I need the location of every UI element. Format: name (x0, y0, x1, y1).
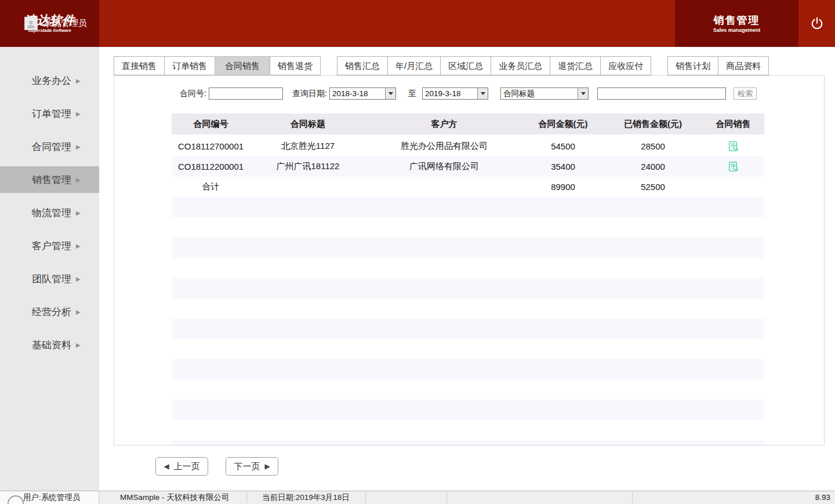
tab-业务员汇总[interactable]: 业务员汇总 (491, 56, 550, 75)
tab-年/月汇总[interactable]: 年/月汇总 (387, 56, 441, 75)
table-empty-row (172, 319, 764, 339)
contracts-table: 合同编号合同标题客户方合同金额(元)已销售金额(元)合同销售 CO1811270… (172, 114, 764, 445)
tab-直接销售[interactable]: 直接销售 (114, 56, 165, 75)
dropdown-arrow-icon[interactable] (578, 88, 588, 99)
query-date-label: 查询日期: (285, 87, 327, 100)
column-header-5: 合同销售 (702, 119, 764, 130)
cell-contract-no: CO18112200001 (172, 162, 250, 171)
table-empty-row (172, 278, 764, 298)
chevron-right-icon: ▶ (76, 144, 81, 150)
tab-group-1: 销售汇总年/月汇总区域汇总业务员汇总退货汇总应收应付 (337, 56, 651, 75)
content-panel: 合同号: 查询日期: 2018-3-18 至 2019-3-18 合同标题 检索… (114, 75, 825, 445)
status-separator (246, 492, 247, 503)
table-empty-row (172, 197, 764, 217)
power-button[interactable] (798, 0, 835, 47)
table-empty-row (172, 298, 764, 319)
cell-action (702, 160, 764, 173)
table-empty-row (172, 217, 764, 238)
sidebar-item-label: 合同管理 (32, 140, 71, 154)
table-empty-row (172, 379, 764, 400)
dropdown-arrow-icon[interactable] (385, 88, 395, 99)
sidebar-item-6[interactable]: 团队管理▶ (0, 265, 99, 292)
sidebar-item-label: 经营分析 (32, 305, 71, 319)
column-header-0: 合同编号 (172, 119, 250, 130)
sidebar-item-3[interactable]: 销售管理▶ (0, 166, 99, 193)
tab-合同销售[interactable]: 合同销售 (215, 56, 270, 75)
column-header-1: 合同标题 (250, 119, 366, 130)
chevron-right-icon: ▶ (76, 276, 81, 282)
status-company: MMSample - 天软科技有限公司 (120, 491, 229, 504)
tab-退货汇总[interactable]: 退货汇总 (550, 56, 601, 75)
sidebar-item-7[interactable]: 经营分析▶ (0, 298, 99, 325)
contract-sale-doc-search-icon[interactable] (727, 140, 740, 153)
search-button[interactable]: 检索 (734, 87, 757, 100)
chevron-right-icon: ▶ (76, 309, 81, 315)
chevron-right-icon: ▶ (76, 111, 81, 117)
table-row[interactable]: CO18112700001北京胜光1127胜光办公用品有限公司545002850… (172, 136, 764, 156)
sidebar-item-8[interactable]: 基础资料▶ (0, 331, 99, 358)
sidebar-item-label: 物流管理 (32, 206, 71, 220)
main-content: 直接销售订单销售合同销售销售退货销售汇总年/月汇总区域汇总业务员汇总退货汇总应收… (99, 47, 835, 491)
sidebar-item-5[interactable]: 客户管理▶ (0, 232, 99, 259)
tab-销售退货[interactable]: 销售退货 (270, 56, 321, 75)
search-field-select[interactable]: 合同标题 (500, 87, 589, 100)
tab-销售计划[interactable]: 销售计划 (667, 56, 718, 75)
contract-sale-doc-search-icon[interactable] (727, 160, 740, 173)
keyword-input[interactable] (597, 87, 726, 100)
cell-sold: 52500 (604, 182, 702, 192)
tab-订单销售[interactable]: 订单销售 (164, 56, 215, 75)
chevron-right-icon: ▶ (76, 177, 81, 183)
column-header-4: 已销售金额(元) (604, 119, 702, 130)
date-to-select[interactable]: 2019-3-18 (422, 87, 488, 100)
to-label: 至 (407, 87, 418, 100)
table-row[interactable]: CO18112200001广州广讯181122广讯网络有限公司354002400… (172, 156, 764, 177)
tab-销售汇总[interactable]: 销售汇总 (337, 56, 388, 75)
cell-action (702, 140, 764, 153)
table-body: CO18112700001北京胜光1127胜光办公用品有限公司545002850… (172, 136, 764, 445)
cell-sold: 28500 (604, 141, 702, 151)
status-separator (446, 492, 447, 503)
cell-amount: 89900 (522, 182, 604, 192)
table-header-row: 合同编号合同标题客户方合同金额(元)已销售金额(元)合同销售 (172, 114, 764, 134)
sidebar-item-2[interactable]: 合同管理▶ (0, 133, 99, 160)
sidebar-item-label: 团队管理 (32, 272, 71, 286)
sidebar-item-4[interactable]: 物流管理▶ (0, 199, 99, 226)
column-header-2: 客户方 (366, 119, 522, 130)
sidebar: 业务办公▶订单管理▶合同管理▶销售管理▶物流管理▶客户管理▶团队管理▶经营分析▶… (0, 47, 99, 491)
sidebar-item-label: 业务办公 (32, 74, 71, 87)
chevron-right-icon: ▶ (76, 342, 81, 348)
user-avatar-icon (24, 17, 38, 30)
status-user: 用户:系统管理员 (23, 491, 80, 504)
power-icon (809, 16, 825, 31)
date-from-select[interactable]: 2018-3-18 (329, 87, 396, 100)
sidebar-item-0[interactable]: 业务办公▶ (0, 67, 99, 94)
sidebar-item-1[interactable]: 订单管理▶ (0, 100, 99, 127)
sidebar-item-label: 订单管理 (32, 107, 71, 120)
sidebar-item-label: 销售管理 (32, 173, 71, 187)
tab-商品资料[interactable]: 商品资料 (718, 56, 769, 75)
prev-page-button[interactable]: ◀ 上一页 (155, 457, 208, 476)
status-date: 当前日期:2019年3月18日 (262, 491, 350, 504)
chevron-right-icon: ▶ (76, 243, 81, 249)
tab-区域汇总[interactable]: 区域汇总 (440, 56, 491, 75)
sidebar-item-label: 客户管理 (32, 239, 71, 253)
tab-应收应付[interactable]: 应收应付 (600, 56, 651, 75)
table-empty-row (172, 400, 764, 420)
prev-page-label: 上一页 (174, 461, 200, 472)
contract-no-label: 合同号: (172, 87, 206, 100)
table-empty-row (172, 339, 764, 359)
cell-contract-no: 合计 (172, 181, 250, 192)
date-to-value: 2019-3-18 (425, 88, 461, 99)
dropdown-arrow-icon[interactable] (477, 88, 488, 99)
status-separator (632, 492, 633, 503)
module-title-block: 销售管理 Sales management (675, 0, 798, 47)
module-subtitle: Sales management (713, 27, 761, 33)
contract-no-input[interactable] (209, 87, 283, 100)
cell-amount: 35400 (522, 162, 604, 171)
status-bar: 用户:系统管理员 MMSample - 天软科技有限公司 当前日期:2019年3… (0, 491, 835, 504)
cell-customer: 广讯网络有限公司 (366, 161, 522, 172)
date-from-value: 2018-3-18 (332, 88, 368, 99)
table-empty-row (172, 440, 764, 445)
cell-customer: 胜光办公用品有限公司 (366, 141, 522, 152)
next-page-button[interactable]: 下一页 ▶ (226, 457, 278, 476)
